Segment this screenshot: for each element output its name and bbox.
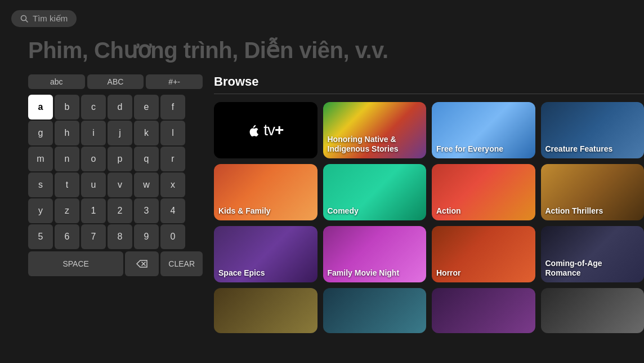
key-g[interactable]: g xyxy=(28,121,53,145)
card-coming[interactable]: Coming-of-Age Romance xyxy=(541,226,645,282)
card-appletv[interactable]: tv+ xyxy=(214,102,317,158)
partial-row xyxy=(214,288,644,333)
key-q[interactable]: q xyxy=(134,147,159,171)
key-7[interactable]: 7 xyxy=(81,224,106,249)
card-partial-3[interactable] xyxy=(432,288,535,333)
key-s[interactable]: s xyxy=(28,172,53,197)
key-5[interactable]: 5 xyxy=(28,224,53,249)
key-mode-symbols[interactable]: #+- xyxy=(146,74,203,89)
key-a[interactable]: a xyxy=(28,95,53,119)
card-free-label: Free for Everyone xyxy=(436,144,503,154)
key-1[interactable]: 1 xyxy=(81,198,106,223)
card-partial-4[interactable] xyxy=(541,288,645,333)
key-row-4: s t u v w x xyxy=(28,172,203,197)
card-partial-2[interactable] xyxy=(323,288,427,333)
card-honoring[interactable]: Honoring Native & Indigenous Stories xyxy=(323,102,427,158)
top-bar: Tìm kiếm xyxy=(0,0,644,33)
key-n[interactable]: n xyxy=(55,147,79,171)
key-t[interactable]: t xyxy=(55,172,79,197)
headline: Phim, Chương trình, Diễn viên, v.v. xyxy=(0,33,644,74)
browse-title: Browse xyxy=(214,74,644,94)
key-y[interactable]: y xyxy=(28,198,53,223)
key-row-5: y z 1 2 3 4 xyxy=(28,198,203,223)
key-m[interactable]: m xyxy=(28,147,53,171)
key-k[interactable]: k xyxy=(134,121,159,145)
card-comedy-label: Comedy xyxy=(328,206,359,216)
key-o[interactable]: o xyxy=(81,147,106,171)
keyboard-section: abc ABC #+- a b c d e f g h i j k l xyxy=(28,74,203,333)
key-e[interactable]: e xyxy=(134,95,159,119)
card-comedy[interactable]: Comedy xyxy=(323,164,427,220)
key-3[interactable]: 3 xyxy=(134,198,159,223)
key-2[interactable]: 2 xyxy=(108,198,132,223)
card-partial-1[interactable] xyxy=(214,288,317,333)
card-space-label: Space Epics xyxy=(218,268,265,278)
key-h[interactable]: h xyxy=(55,121,79,145)
key-f[interactable]: f xyxy=(160,95,185,119)
card-action-thrillers[interactable]: Action Thrillers xyxy=(541,164,645,220)
key-z[interactable]: z xyxy=(55,198,79,223)
card-kids[interactable]: Kids & Family xyxy=(214,164,317,220)
key-mode-abc[interactable]: abc xyxy=(28,74,85,89)
appletv-logo: tv+ xyxy=(248,121,283,139)
key-rows: a b c d e f g h i j k l m n o p xyxy=(28,95,203,276)
key-v[interactable]: v xyxy=(108,172,132,197)
search-label: Tìm kiếm xyxy=(33,14,68,24)
key-row-2: g h i j k l xyxy=(28,121,203,145)
key-j[interactable]: j xyxy=(108,121,132,145)
key-b[interactable]: b xyxy=(55,95,79,119)
key-6[interactable]: 6 xyxy=(55,224,79,249)
card-coming-label: Coming-of-Age Romance xyxy=(545,259,640,278)
delete-icon xyxy=(136,259,147,268)
svg-line-1 xyxy=(26,20,28,23)
key-c[interactable]: c xyxy=(81,95,106,119)
key-space[interactable]: SPACE xyxy=(28,251,123,276)
key-row-1: a b c d e f xyxy=(28,95,203,119)
card-family-label: Family Movie Night xyxy=(328,268,400,278)
key-0[interactable]: 0 xyxy=(160,224,185,249)
browse-grid: tv+ Honoring Native & Indigenous Stories… xyxy=(214,102,644,282)
tv-text: tv+ xyxy=(263,121,283,139)
key-l[interactable]: l xyxy=(160,121,185,145)
key-delete[interactable] xyxy=(125,251,159,276)
key-x[interactable]: x xyxy=(160,172,185,197)
card-free[interactable]: Free for Everyone xyxy=(432,102,535,158)
key-8[interactable]: 8 xyxy=(108,224,132,249)
card-action-thrillers-label: Action Thrillers xyxy=(545,206,603,216)
key-9[interactable]: 9 xyxy=(134,224,159,249)
main-layout: abc ABC #+- a b c d e f g h i j k l xyxy=(0,74,644,333)
key-row-3: m n o p q r xyxy=(28,147,203,171)
key-d[interactable]: d xyxy=(108,95,132,119)
key-u[interactable]: u xyxy=(81,172,106,197)
card-creature-label: Creature Features xyxy=(545,144,613,154)
card-kids-label: Kids & Family xyxy=(218,206,271,216)
key-r[interactable]: r xyxy=(160,147,185,171)
apple-icon xyxy=(248,124,260,136)
key-i[interactable]: i xyxy=(81,121,106,145)
card-space[interactable]: Space Epics xyxy=(214,226,317,282)
card-horror-label: Horror xyxy=(436,268,461,278)
card-honoring-label: Honoring Native & Indigenous Stories xyxy=(328,135,422,154)
card-horror[interactable]: Horror xyxy=(432,226,535,282)
key-bottom-row: SPACE CLEAR xyxy=(28,251,203,276)
key-mode-row: abc ABC #+- xyxy=(28,74,203,89)
search-bar[interactable]: Tìm kiếm xyxy=(11,10,77,27)
key-row-6: 5 6 7 8 9 0 xyxy=(28,224,203,249)
card-family[interactable]: Family Movie Night xyxy=(323,226,427,282)
key-w[interactable]: w xyxy=(134,172,159,197)
key-mode-ABC[interactable]: ABC xyxy=(87,74,144,89)
key-clear[interactable]: CLEAR xyxy=(160,251,203,276)
key-4[interactable]: 4 xyxy=(160,198,185,223)
browse-section: Browse tv+ Honoring Native & Indigenous … xyxy=(203,74,644,333)
search-icon xyxy=(20,15,28,23)
card-action-label: Action xyxy=(436,206,461,216)
card-action[interactable]: Action xyxy=(432,164,535,220)
card-creature[interactable]: Creature Features xyxy=(541,102,645,158)
key-p[interactable]: p xyxy=(108,147,132,171)
